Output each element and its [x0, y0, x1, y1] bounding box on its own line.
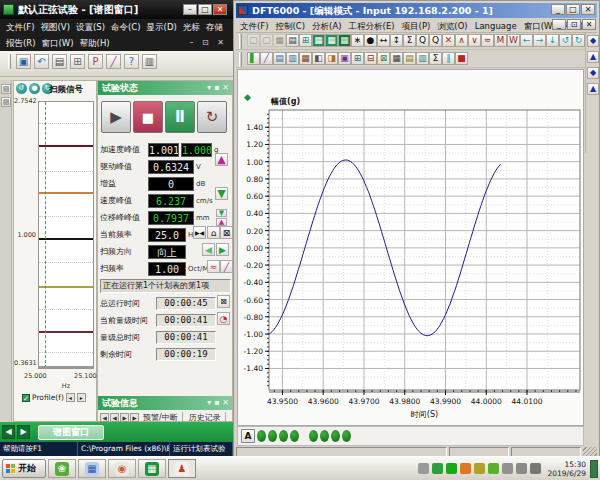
analysis-icon[interactable]: ▤ — [403, 52, 416, 65]
analysis-icon[interactable]: ◧ — [312, 52, 325, 65]
freq-hold-button[interactable]: ▶◀ — [193, 226, 206, 239]
analysis-icon[interactable]: ▤ — [273, 52, 286, 65]
nav-arrow-button[interactable]: ▶ — [120, 413, 129, 422]
analysis-icon[interactable]: ▥ — [286, 52, 299, 65]
menu-item[interactable]: 文件(F) — [240, 21, 269, 31]
marker-icon[interactable]: ◆ — [587, 67, 599, 79]
menu-item[interactable]: 视图(V) — [41, 22, 70, 32]
freq-home-button[interactable]: ⌂ — [207, 226, 220, 239]
nav-arrow-button[interactable]: ◀ — [2, 425, 15, 439]
menu-item[interactable]: 工程分析(E) — [349, 21, 395, 31]
tool-icon[interactable]: ▨ — [1, 97, 11, 107]
tray-icon[interactable] — [432, 463, 443, 474]
analysis-icon[interactable]: ▦ — [390, 52, 403, 65]
copy-icon[interactable]: ⊞ — [70, 54, 85, 69]
toolbar-grip[interactable] — [239, 34, 242, 49]
restart-button[interactable]: ↻ — [197, 101, 227, 133]
save-icon[interactable]: ▦ — [273, 34, 286, 47]
maximize-button[interactable]: □ — [566, 4, 580, 15]
menu-item[interactable]: 窗口(W) — [524, 21, 556, 31]
menu-item[interactable]: 项目(P) — [402, 21, 431, 31]
zoom-out-icon[interactable]: Q — [429, 34, 442, 47]
analysis-icon[interactable]: ▣ — [338, 52, 351, 65]
pen-icon[interactable]: ╱ — [260, 52, 273, 65]
close-button[interactable]: ✕ — [581, 4, 595, 15]
menu-item[interactable]: 存储 — [206, 22, 223, 32]
wave-icon[interactable]: ∨ — [468, 34, 481, 47]
edit-tool-button[interactable]: ╱ — [220, 260, 233, 273]
close-button[interactable]: ✕ — [213, 4, 227, 15]
nav-arrow-button[interactable]: ▶ — [17, 425, 30, 439]
tab-spectrum-window[interactable]: 谱图窗口 — [38, 425, 104, 440]
table-icon[interactable]: ▦ — [325, 34, 338, 47]
tray-icon[interactable] — [446, 463, 457, 474]
pan-h-icon[interactable]: ↔ — [377, 34, 390, 47]
menu-item[interactable]: 控制(C) — [276, 21, 306, 31]
menu-item[interactable]: 窗口(W) — [42, 38, 74, 48]
nav-down-icon[interactable]: ↓ — [546, 34, 559, 47]
timer-red-icon[interactable]: ◔ — [217, 312, 230, 325]
analysis-icon[interactable]: ⊞ — [351, 52, 364, 65]
media-app-icon[interactable]: ◉ — [108, 459, 136, 478]
nav-arrow-button[interactable]: ◀ — [110, 413, 119, 422]
toolbar-grip[interactable] — [239, 52, 242, 67]
start-button[interactable]: 开始 — [2, 459, 46, 478]
marker-icon[interactable]: ▲ — [587, 83, 599, 95]
panel-header-icons[interactable]: ▾ ▪ ✕ — [207, 81, 229, 95]
nav-arrow-button[interactable]: ◀ — [100, 413, 109, 422]
pan-v-icon[interactable]: ↕ — [390, 34, 403, 47]
start-button[interactable]: ▶ — [101, 101, 131, 133]
calculator-icon[interactable]: ▦ — [78, 459, 106, 478]
menu-item[interactable]: 光标 — [183, 22, 200, 32]
step-down-button[interactable]: ▼ — [216, 209, 227, 217]
tray-icon[interactable] — [488, 463, 499, 474]
pdf-export-icon[interactable]: P — [88, 54, 103, 69]
minimize-button[interactable]: – — [183, 4, 197, 15]
marker-icon[interactable]: ◆ — [587, 35, 599, 47]
sweep-right-button[interactable]: ▶ — [216, 243, 229, 256]
menu-item[interactable]: 浏览(O) — [437, 21, 467, 31]
sum-icon[interactable]: Σ — [429, 52, 442, 65]
toolbar-grip[interactable] — [8, 54, 11, 69]
panel-header-icons[interactable]: ▾ ▪ ✕ — [207, 396, 229, 410]
stop-icon[interactable]: ■ — [455, 52, 468, 65]
pen-icon[interactable]: ╱ — [106, 54, 121, 69]
step-up-button[interactable]: ▲ — [216, 218, 227, 226]
bracket-icon[interactable]: ▌ — [247, 52, 260, 65]
mdi-minimize-button[interactable]: _ — [552, 19, 566, 30]
nav-arrow-button[interactable]: ▶ — [130, 413, 139, 422]
legend-prev-button[interactable]: ◂ — [66, 393, 75, 402]
print-icon[interactable]: ▤ — [286, 34, 299, 47]
analysis-icon[interactable]: ▥ — [416, 52, 429, 65]
menu-item[interactable]: Language — [475, 21, 517, 31]
hourglass-icon[interactable]: ⊠ — [217, 295, 230, 308]
wave-icon[interactable]: M — [494, 34, 507, 47]
sweep-plot-area[interactable] — [38, 101, 94, 369]
nav-redo-icon[interactable]: ↻ — [572, 34, 585, 47]
tray-icon[interactable] — [502, 463, 513, 474]
maximize-button[interactable]: □ — [198, 4, 212, 15]
open-icon[interactable]: ▢ — [260, 34, 273, 47]
zoom-in-icon[interactable]: Q — [416, 34, 429, 47]
menu-item[interactable]: 命令(C) — [111, 22, 141, 32]
nav-left-icon[interactable]: ← — [520, 34, 533, 47]
sweep-left-button[interactable]: ◀ — [202, 243, 215, 256]
delete-icon[interactable]: ✕ — [442, 34, 455, 47]
table-icon[interactable]: ▦ — [338, 34, 351, 47]
undo-icon[interactable]: ↶ — [34, 54, 49, 69]
cursor-icon[interactable]: ∗ — [351, 34, 364, 47]
print-icon[interactable]: ▤ — [52, 54, 67, 69]
vcs-app-icon[interactable]: ♟ — [168, 459, 196, 478]
pause-icon[interactable]: ∥ — [442, 52, 455, 65]
analysis-icon[interactable]: ⊠ — [377, 52, 390, 65]
stop-button[interactable]: ■ — [133, 101, 163, 133]
dft-app-icon[interactable]: ▦ — [138, 459, 166, 478]
wave-tool-button[interactable]: ≈ — [207, 260, 220, 273]
help-icon[interactable]: ? — [124, 54, 139, 69]
table-icon[interactable]: ▦ — [312, 34, 325, 47]
level-down-button[interactable]: ▼ — [215, 187, 228, 200]
tray-icon[interactable] — [530, 463, 541, 474]
dock-icon[interactable]: ▧ — [1, 84, 11, 94]
save-icon[interactable]: ▣ — [16, 54, 31, 69]
analysis-icon[interactable]: ⊟ — [364, 52, 377, 65]
